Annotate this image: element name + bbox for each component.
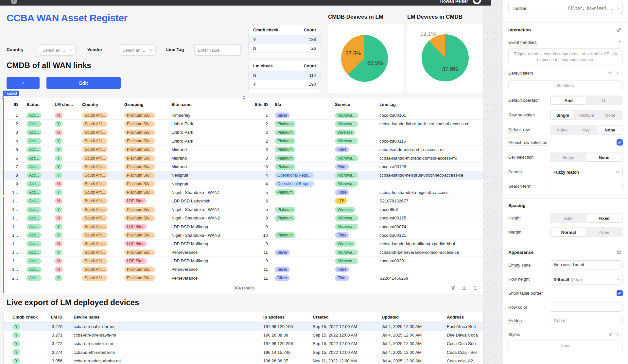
empty-state-input[interactable]: No rows found: [550, 260, 623, 269]
add-filter-icon[interactable]: +: [616, 70, 619, 76]
table-row[interactable]: 1...Acti...NSouth Afri...LDP SitesLDP DS…: [4, 257, 485, 265]
table-row[interactable]: 8Acti...YSouth Afri...Platinum Silv...Ne…: [4, 171, 485, 180]
status-badge: Platinum: [275, 164, 295, 170]
segment-option-fixed[interactable]: Fixed: [586, 214, 622, 222]
table-row[interactable]: 1...Acti...NSouth Afri...Platinum Silv..…: [4, 265, 485, 274]
table-row[interactable]: 1Acti...NSouth Afri...Platinum Silv...Ki…: [4, 111, 485, 120]
table-row[interactable]: 9Acti...NSouth Afri...Platinum Silv...Ne…: [4, 180, 485, 188]
status-badge: Acti...: [26, 241, 42, 247]
pie-lm-in-cmdb[interactable]: [422, 34, 469, 81]
search-mode-dropdown[interactable]: Fuzzy match: [550, 167, 623, 177]
add-style-icon[interactable]: +: [616, 331, 619, 337]
toolbar-setting-row[interactable]: Toolbar Filter, Download, …: [508, 1, 623, 15]
segment-option-none[interactable]: None: [587, 228, 622, 236]
search-term-input[interactable]: [550, 182, 623, 191]
table-row[interactable]: 2...Acti...YSouth Afri...Platinum Silv..…: [4, 274, 485, 282]
resize-handle[interactable]: [243, 293, 245, 295]
hidden-label: Hidden: [508, 318, 522, 323]
status-badge: Acti...: [26, 267, 42, 272]
segment-option-single[interactable]: Single: [550, 153, 586, 162]
persist-row-selection-checkbox[interactable]: [617, 139, 623, 146]
table-row[interactable]: 1...Acti...YSouth Afri...Platinum Silv..…: [4, 205, 485, 214]
table-row[interactable]: Y3,270ccba-eth-bahir-dar-mi197.96.120.19…: [4, 322, 483, 331]
event-handlers-placeholder[interactable]: Trigger queries, control components, or …: [508, 48, 623, 65]
country-select[interactable]: Select an ...: [39, 44, 76, 56]
table-row[interactable]: 1...Acti...YSouth Afri...Platinum Silv..…: [4, 231, 485, 240]
reset-icon[interactable]: ⟲: [608, 70, 612, 76]
styles-none-box[interactable]: None: [508, 340, 623, 351]
table-row[interactable]: 1...Acti...NSouth Afri...Platinum Silv..…: [4, 214, 485, 222]
row-height-dropdown[interactable]: X-Small (20px): [550, 274, 623, 285]
segment-option-index[interactable]: Index: [550, 126, 574, 134]
pie-label-orange: 12.1%: [420, 31, 436, 37]
table-row[interactable]: Y3,272ccba-eth-senkelle-mi197.96.120.206…: [4, 339, 483, 348]
summary-row[interactable]: Y188: [249, 35, 321, 44]
chevron-down-icon: [149, 47, 152, 51]
table-row[interactable]: 1...Acti...YSouth Afri...LDP SitesLDP DS…: [4, 222, 485, 231]
table-row[interactable]: 1...Acti...YSouth Afri...Platinum Silv..…: [4, 188, 485, 197]
show-table-border-checkbox[interactable]: [617, 290, 623, 296]
table-row[interactable]: 1...Acti...YSouth Afri...Platinum Silv..…: [4, 248, 485, 257]
table-row[interactable]: Y3,274ccba-id-eth-sebeta-mi196.14.15.246…: [4, 348, 483, 357]
segment-option-key[interactable]: Key: [574, 126, 598, 134]
summary-row[interactable]: N114: [249, 71, 321, 80]
table-row[interactable]: 2Acti...YSouth Afri...Platinum Silv...Li…: [4, 120, 485, 128]
pie-cmdb-in-lm[interactable]: [341, 35, 388, 82]
wan-links-table[interactable]: IDStatusLM che...CountryGroupingSite nam…: [3, 98, 485, 294]
line-tag-filter-label: Line Tag: [166, 47, 184, 52]
chevron-down-icon: [616, 169, 619, 173]
table-row[interactable]: 4Acti...YSouth Afri...Platinum Silv...Li…: [4, 137, 485, 146]
status-badge: Microwa...: [335, 215, 358, 221]
download-icon[interactable]: [462, 286, 466, 290]
table-row[interactable]: 1...Acti...NSouth Afri...LDP SitesLDP DS…: [4, 240, 485, 248]
edit-button[interactable]: Edit: [46, 77, 121, 89]
table-row[interactable]: Y3,956ccba-eth-addis-ababa-mi196.26.88.3…: [4, 357, 483, 364]
segment-option-multiple[interactable]: Multiple: [575, 111, 598, 119]
segment-option-normal[interactable]: Normal: [550, 228, 587, 236]
add-button[interactable]: +: [7, 77, 40, 89]
status-badge: South Afri...: [82, 215, 108, 221]
status-badge: South Afri...: [82, 258, 108, 264]
filter-icon[interactable]: [451, 286, 455, 290]
segment-option-none[interactable]: None: [599, 111, 622, 119]
resize-handle[interactable]: [2, 195, 4, 197]
sliders-icon[interactable]: [616, 27, 621, 33]
component-tag-table2[interactable]: ⠿ table2: [3, 91, 19, 96]
sliders-icon[interactable]: [616, 250, 621, 255]
vendor-select[interactable]: Select an ...: [119, 44, 156, 56]
avatar[interactable]: [473, 0, 481, 4]
segment-option-none[interactable]: None: [586, 153, 622, 162]
lm-devices-table[interactable]: Cmdb checkLM IDDevice nameIp addressCrea…: [3, 312, 483, 364]
resize-handle[interactable]: [2, 293, 4, 295]
segment-option-none[interactable]: None: [598, 126, 622, 134]
summary-row[interactable]: N26: [249, 44, 321, 53]
summary-row[interactable]: Y190: [249, 80, 321, 89]
status-badge: Acti...: [26, 224, 42, 230]
segment-option-single[interactable]: Single: [550, 111, 575, 119]
status-badge: Fibre: [335, 164, 349, 170]
reset-icon[interactable]: ⟲: [608, 332, 612, 337]
status-badge: Microwa...: [335, 155, 358, 161]
table-row[interactable]: Y3,271ccba-eth-dire-dawa-mi196.26.88.38S…: [4, 331, 483, 339]
resize-handle[interactable]: [243, 96, 245, 99]
refresh-icon[interactable]: [473, 286, 478, 290]
segment-option-auto[interactable]: Auto: [550, 214, 586, 222]
table-row[interactable]: 3Acti...NSouth Afri...Platinum Silv...Li…: [4, 128, 485, 137]
table-row[interactable]: 6Acti...YSouth Afri...Platinum Silv...Mi…: [4, 154, 485, 163]
table-row[interactable]: 5Acti...YSouth Afri...Platinum Silv...Mi…: [4, 146, 485, 154]
segment-option-and[interactable]: And: [550, 96, 587, 105]
row-color-input[interactable]: [550, 303, 623, 312]
status-badge: LDP Sites: [124, 224, 147, 230]
info-icon[interactable]: i: [11, 0, 17, 4]
status-badge: N: [55, 267, 63, 272]
hidden-input[interactable]: false: [550, 316, 623, 325]
table-row[interactable]: 1...Acti...NSouth Afri...LDP SitesLDP DS…: [4, 197, 485, 205]
add-event-handler-icon[interactable]: +: [618, 39, 621, 44]
line-tag-input[interactable]: Enter value: [194, 44, 241, 56]
no-filters-box[interactable]: No filters: [508, 80, 623, 90]
segment-option-or[interactable]: Or: [587, 96, 622, 105]
resize-handle[interactable]: [2, 96, 4, 99]
default-filters-actions: ⟲ +: [608, 70, 619, 76]
app-header-bar: i Rowan Pelser: [0, 0, 491, 6]
table-row[interactable]: 7Acti...YSouth Afri...Platinum Silv...Mi…: [4, 163, 485, 171]
